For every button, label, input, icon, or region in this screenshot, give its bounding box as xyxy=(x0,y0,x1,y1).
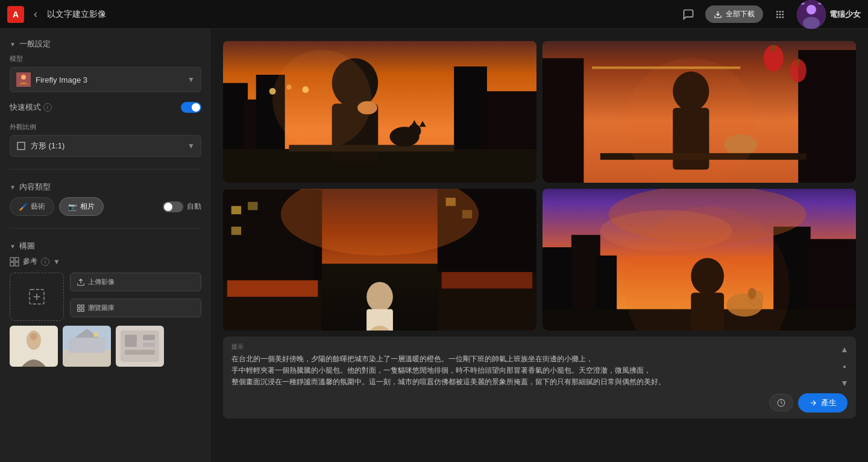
auto-toggle[interactable] xyxy=(163,201,183,212)
svg-point-11 xyxy=(803,17,820,29)
general-section: ▼ 一般設定 模型 Firefly Image 3 ▼ 快速模式 xyxy=(10,39,201,157)
generated-image-3[interactable] xyxy=(223,189,536,331)
general-section-label: 一般設定 xyxy=(19,39,51,49)
svg-point-50 xyxy=(269,88,276,95)
back-button[interactable]: ‹ xyxy=(30,5,41,23)
composition-icon xyxy=(10,257,19,267)
art-label: 藝術 xyxy=(31,201,45,212)
aspect-ratio-value: 方形 (1:1) xyxy=(31,141,183,151)
browse-library-button[interactable]: 瀏覽圖庫 xyxy=(70,299,201,317)
svg-rect-83 xyxy=(227,280,318,297)
art-button[interactable]: 🖌️ 藝術 xyxy=(10,197,54,216)
aspect-ratio-arrow: ▼ xyxy=(187,142,195,150)
svg-rect-22 xyxy=(78,305,80,307)
model-thumb xyxy=(16,72,31,87)
quick-mode-label: 快速模式 i xyxy=(10,102,52,113)
content-type-row: 🖌️ 藝術 📷 相片 自動 xyxy=(10,197,201,216)
svg-rect-70 xyxy=(592,66,740,69)
svg-rect-23 xyxy=(81,305,84,307)
comp-thumb-2[interactable] xyxy=(63,326,111,367)
svg-rect-36 xyxy=(143,335,155,340)
svg-rect-6 xyxy=(776,16,778,18)
comp-thumb-3[interactable] xyxy=(116,326,164,367)
content-type-header[interactable]: ▼ 內容類型 xyxy=(10,182,201,192)
model-select[interactable]: Firefly Image 3 ▼ xyxy=(10,67,201,92)
svg-point-10 xyxy=(807,5,816,14)
square-icon xyxy=(16,141,26,151)
generated-image-1[interactable] xyxy=(223,41,536,183)
svg-point-51 xyxy=(286,84,291,89)
quick-mode-toggle[interactable] xyxy=(181,102,201,113)
main-layout: ▼ 一般設定 模型 Firefly Image 3 ▼ 快速模式 xyxy=(0,29,868,462)
svg-rect-60 xyxy=(798,50,856,183)
scroll-up-icon[interactable]: ▲ xyxy=(838,343,851,356)
comp-dropdown-arrow[interactable]: ▼ xyxy=(53,258,60,266)
svg-rect-17 xyxy=(10,258,14,261)
comp-thumb-1[interactable] xyxy=(10,326,58,367)
svg-rect-1 xyxy=(779,11,781,13)
chat-icon[interactable] xyxy=(679,5,698,24)
generate-button[interactable]: 產生 xyxy=(798,393,848,413)
generated-image-2[interactable] xyxy=(542,41,856,183)
svg-point-15 xyxy=(21,75,26,80)
auto-toggle-row: 自動 xyxy=(163,201,201,212)
auto-label: 自動 xyxy=(187,201,201,212)
prompt-text: 在台北的一個美好傍晚，夕陽的餘暉把城市染上了一層溫暖的橙色。一位剛下班的帥氣上班… xyxy=(231,353,848,388)
upload-label: 上傳影像 xyxy=(88,277,115,286)
grid-icon[interactable] xyxy=(770,5,790,24)
aspect-ratio-label: 外觀比例 xyxy=(10,122,201,131)
scroll-down-icon[interactable]: ▼ xyxy=(838,376,851,390)
svg-rect-31 xyxy=(69,338,105,353)
generated-image-4[interactable] xyxy=(542,189,856,331)
comp-buttons: 上傳影像 瀏覽圖庫 xyxy=(70,273,201,321)
generate-icon xyxy=(809,399,817,407)
comp-info-icon[interactable]: i xyxy=(41,258,49,266)
divider-1 xyxy=(10,169,201,169)
content-type-section: ▼ 內容類型 🖌️ 藝術 📷 相片 自動 xyxy=(10,182,201,216)
svg-rect-38 xyxy=(125,350,155,355)
composition-header[interactable]: ▼ 構圖 xyxy=(10,241,201,252)
history-icon xyxy=(777,399,785,407)
upload-icon xyxy=(77,278,85,286)
download-label: 全部下載 xyxy=(726,9,755,19)
general-section-header[interactable]: ▼ 一般設定 xyxy=(10,39,201,49)
aspect-ratio-select[interactable]: 方形 (1:1) ▼ xyxy=(10,135,201,157)
svg-rect-77 xyxy=(231,227,241,235)
scroll-middle-icon[interactable]: ● xyxy=(838,359,851,373)
chevron-down-icon: ▼ xyxy=(10,41,16,48)
svg-rect-19 xyxy=(10,262,14,266)
svg-rect-75 xyxy=(231,206,241,215)
svg-rect-45 xyxy=(223,149,536,183)
art-icon: 🖌️ xyxy=(19,203,28,211)
comp-reference-row: 參考 i ▼ xyxy=(10,256,60,267)
svg-rect-64 xyxy=(796,59,799,66)
download-all-button[interactable]: 全部下載 xyxy=(705,5,763,23)
prompt-scroll-icons: ▲ ● ▼ xyxy=(838,343,851,390)
svg-rect-3 xyxy=(776,13,778,15)
svg-rect-24 xyxy=(78,309,80,311)
header-right: 全部下載 電猯少女 xyxy=(679,0,861,29)
image-grid xyxy=(223,41,856,331)
content-area: 提示 在台北的一個美好傍晚，夕陽的餘暉把城市染上了一層溫暖的橙色。一位剛下班的帥… xyxy=(211,29,868,462)
history-button[interactable] xyxy=(769,394,793,411)
svg-rect-53 xyxy=(289,145,454,151)
svg-rect-5 xyxy=(782,13,784,15)
comp-upload-area[interactable] xyxy=(10,273,64,321)
adobe-logo: A xyxy=(7,6,24,23)
svg-point-85 xyxy=(366,282,393,311)
quick-mode-info-icon[interactable]: i xyxy=(43,103,52,112)
svg-rect-84 xyxy=(442,272,533,288)
photo-label: 相片 xyxy=(80,201,95,212)
upload-image-button[interactable]: 上傳影像 xyxy=(70,273,201,291)
prompt-area: 提示 在台北的一個美好傍晚，夕陽的餘暉把城市染上了一層溫暖的橙色。一位剛下班的帥… xyxy=(223,337,856,419)
svg-rect-0 xyxy=(776,11,778,13)
composition-section: ▼ 構圖 參考 i ▼ xyxy=(10,241,201,367)
page-title: 以文字建立影像 xyxy=(47,9,673,20)
user-avatar[interactable] xyxy=(797,0,826,29)
svg-rect-16 xyxy=(17,142,25,150)
divider-2 xyxy=(10,228,201,229)
photo-button[interactable]: 📷 相片 xyxy=(59,197,104,216)
svg-rect-2 xyxy=(782,11,784,13)
comp-upload-row: 上傳影像 瀏覽圖庫 xyxy=(10,273,201,321)
svg-rect-37 xyxy=(143,343,155,347)
